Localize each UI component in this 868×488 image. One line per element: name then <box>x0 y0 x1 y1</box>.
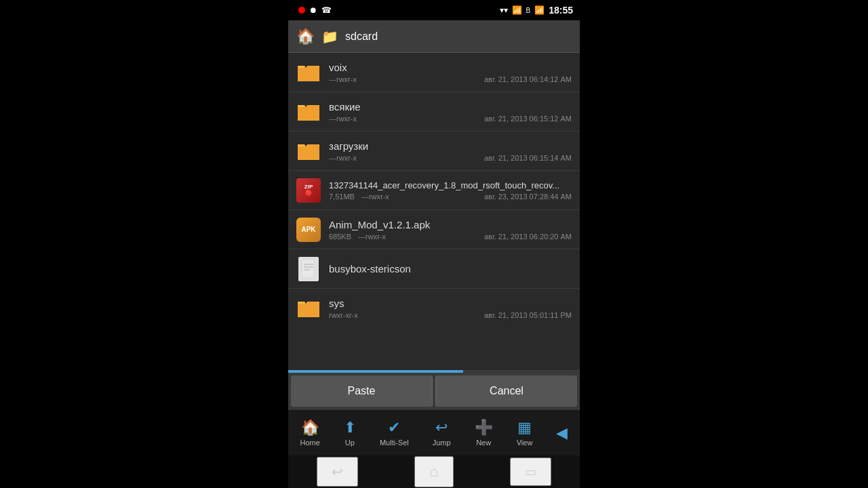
list-item[interactable]: загрузки ---rwxr-x авг. 21, 2013 06:15:1… <box>288 131 580 171</box>
multisel-nav-icon: ✔ <box>388 419 400 436</box>
paste-button[interactable]: Paste <box>291 375 433 407</box>
file-name: Anim_Mod_v1.2.1.apk <box>329 219 572 230</box>
nav-item-view[interactable]: ▦ View <box>513 416 537 449</box>
list-item[interactable]: APK Anim_Mod_v1.2.1.apk 685KB ---rwxr-x … <box>288 210 580 249</box>
up-nav-icon: ⬆ <box>344 419 356 436</box>
file-name: загрузки <box>329 140 572 152</box>
file-perms: ---rwxr-x <box>329 154 357 162</box>
file-name: всякие <box>329 101 572 113</box>
nav-item-home[interactable]: 🏠 Home <box>296 416 324 449</box>
nav-label-view: View <box>517 439 533 447</box>
b-nav-icon: ◀ <box>556 424 568 442</box>
nav-label-new: New <box>476 439 491 447</box>
record-indicator <box>298 7 305 14</box>
scroll-indicator <box>288 370 580 373</box>
recent-button[interactable]: ▭ <box>510 458 551 486</box>
file-info: busybox-stericson <box>329 263 572 274</box>
file-info: voix ---rwxr-x авг. 21, 2013 06:14:12 AM <box>329 62 572 83</box>
home-nav-icon: 🏠 <box>301 419 319 436</box>
list-item[interactable]: sys rwxr-xr-x авг. 21, 2013 05:01:11 PM <box>288 289 580 328</box>
file-date: авг. 21, 2013 06:14:12 AM <box>484 75 572 83</box>
signal-icon-2: 📶 <box>534 5 545 15</box>
list-item[interactable]: busybox-stericson <box>288 249 580 289</box>
file-perms: ---rwxr-x <box>361 192 389 201</box>
file-size: 7,51MB <box>329 192 355 201</box>
status-time: 18:55 <box>549 5 573 16</box>
nav-label-jump: Jump <box>433 439 451 447</box>
home-icon: 🏠 <box>296 28 315 45</box>
nav-label-up: Up <box>345 439 355 447</box>
list-item[interactable]: voix ---rwxr-x авг. 21, 2013 06:14:12 AM <box>288 53 580 92</box>
file-perms: ---rwxr-x <box>329 115 357 123</box>
apk-file-icon: APK <box>296 218 321 242</box>
back-button[interactable]: ↩ <box>317 457 358 487</box>
file-perms: ---rwxr-x <box>358 232 386 241</box>
nav-label-home: Home <box>300 439 320 447</box>
file-size: 685KB <box>329 232 351 241</box>
svg-rect-0 <box>302 260 314 278</box>
nav-item-b[interactable]: ◀ <box>552 422 572 445</box>
file-name: busybox-stericson <box>329 263 572 274</box>
file-name: 1327341144_acer_recovery_1.8_mod_rsoft_t… <box>329 180 572 190</box>
file-date: авг. 21, 2013 05:01:11 PM <box>484 311 572 319</box>
new-nav-icon: ➕ <box>475 419 493 436</box>
action-bar: Paste Cancel <box>288 373 580 409</box>
breadcrumb-folder-icon: 📁 <box>321 28 338 45</box>
folder-icon <box>296 139 321 163</box>
breadcrumb-path: sdcard <box>345 30 378 43</box>
file-info: sys rwxr-xr-x авг. 21, 2013 05:01:11 PM <box>329 298 572 319</box>
nav-item-up[interactable]: ⬆ Up <box>340 416 360 449</box>
folder-icon <box>296 296 321 321</box>
system-nav: ↩ ⌂ ▭ <box>288 455 580 488</box>
signal-b-icon: B <box>526 7 531 14</box>
wifi-icon: ▾▾ <box>500 5 508 15</box>
home-button[interactable]: ⌂ <box>414 456 453 487</box>
title-bar: 🏠 📁 sdcard <box>288 20 580 53</box>
list-item[interactable]: всякие ---rwxr-x авг. 21, 2013 06:15:12 … <box>288 92 580 131</box>
file-date: авг. 21, 2013 06:15:14 AM <box>484 154 572 162</box>
file-perms: ---rwxr-x <box>329 75 357 83</box>
nav-item-multisel[interactable]: ✔ Multi-Sel <box>376 416 413 449</box>
nav-item-new[interactable]: ➕ New <box>471 416 497 449</box>
file-info: загрузки ---rwxr-x авг. 21, 2013 06:15:1… <box>329 140 572 162</box>
file-list: voix ---rwxr-x авг. 21, 2013 06:14:12 AM… <box>288 53 580 370</box>
status-bar: ⏺ ☎ ▾▾ 📶 B 📶 18:55 <box>288 0 580 20</box>
file-info: всякие ---rwxr-x авг. 21, 2013 06:15:12 … <box>329 101 572 123</box>
file-date: авг. 21, 2013 06:15:12 AM <box>484 115 572 123</box>
generic-file-icon <box>296 257 321 281</box>
nav-label-multisel: Multi-Sel <box>380 439 409 447</box>
scroll-bar <box>288 370 463 373</box>
file-name: sys <box>329 298 572 309</box>
zip-file-icon: ZIP🔴 <box>296 178 321 203</box>
bottom-nav: 🏠 Home ⬆ Up ✔ Multi-Sel ↩ Jump ➕ New ▦ V… <box>288 409 580 455</box>
file-perms: rwxr-xr-x <box>329 311 358 319</box>
status-icon-1: ⏺ <box>309 5 317 15</box>
file-info: Anim_Mod_v1.2.1.apk 685KB ---rwxr-x авг.… <box>329 219 572 241</box>
phone-frame: ⏺ ☎ ▾▾ 📶 B 📶 18:55 🏠 📁 sdcard voix <box>288 0 580 488</box>
list-item[interactable]: ZIP🔴 1327341144_acer_recovery_1.8_mod_rs… <box>288 171 580 210</box>
folder-icon <box>296 100 321 124</box>
jump-nav-icon: ↩ <box>435 419 448 436</box>
file-info: 1327341144_acer_recovery_1.8_mod_rsoft_t… <box>329 180 572 201</box>
file-date: авг. 23, 2013 07:28:44 AM <box>484 192 572 201</box>
file-name: voix <box>329 62 572 73</box>
signal-icon-1: 📶 <box>512 5 522 15</box>
nav-item-jump[interactable]: ↩ Jump <box>429 416 455 449</box>
file-date: авг. 21, 2013 06:20:20 AM <box>484 232 572 241</box>
view-nav-icon: ▦ <box>517 419 532 436</box>
status-icon-2: ☎ <box>321 5 332 15</box>
folder-icon <box>296 60 321 85</box>
cancel-button[interactable]: Cancel <box>435 375 577 407</box>
